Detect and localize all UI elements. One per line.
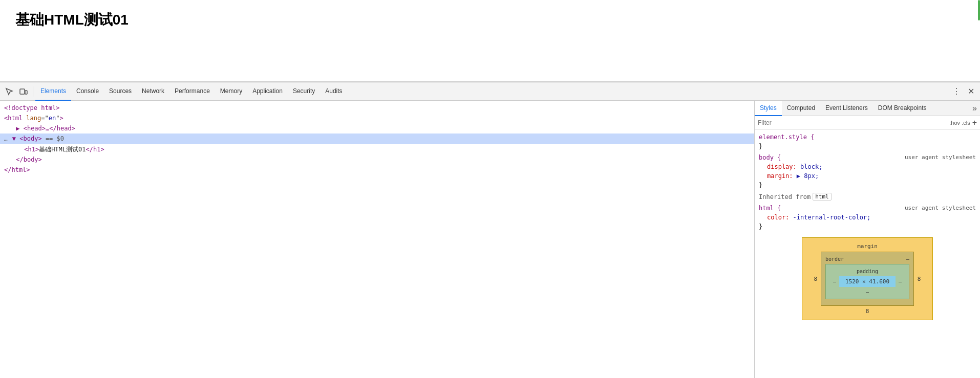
- box-margin-bottom: 8: [811, 308, 924, 315]
- device-toolbar-icon[interactable]: [16, 84, 31, 99]
- tab-sources[interactable]: Sources: [104, 82, 137, 101]
- styles-content: element.style { } body { user agent styl…: [755, 129, 980, 378]
- devtools-toolbar: Elements Console Sources Network Perform…: [0, 82, 980, 101]
- html-line: </body>: [0, 154, 754, 165]
- tab-application[interactable]: Application: [247, 82, 288, 101]
- more-options-icon[interactable]: ⋮: [949, 84, 964, 99]
- svg-rect-0: [20, 89, 25, 94]
- close-devtools-icon[interactable]: ✕: [964, 84, 978, 99]
- filter-options-label[interactable]: :hov .cls: [949, 120, 970, 126]
- box-content-size: 1520 × 41.600: [839, 276, 896, 287]
- inherited-from-label: Inherited from html: [755, 191, 980, 203]
- tab-audits[interactable]: Audits: [320, 82, 347, 101]
- html-line: <!doctype html>: [0, 103, 754, 113]
- tab-event-listeners[interactable]: Event Listeners: [820, 101, 873, 116]
- page-content: 基础HTML测试01: [0, 0, 980, 82]
- tab-console[interactable]: Console: [71, 82, 104, 101]
- inspect-element-icon[interactable]: [2, 84, 16, 99]
- html-line: </html>: [0, 165, 754, 175]
- page-title: 基础HTML测试01: [15, 10, 965, 30]
- add-style-rule-icon[interactable]: +: [972, 118, 977, 127]
- tab-styles[interactable]: Styles: [755, 101, 782, 116]
- svg-rect-1: [25, 91, 27, 94]
- tab-network[interactable]: Network: [137, 82, 169, 101]
- styles-filter-bar: :hov .cls +: [755, 116, 980, 129]
- box-model-diagram: margin 8 border –: [755, 232, 980, 325]
- tab-dom-breakpoints[interactable]: DOM Breakpoints: [873, 101, 932, 116]
- tab-memory[interactable]: Memory: [215, 82, 247, 101]
- box-margin-label: margin: [811, 243, 924, 250]
- box-margin-right: 8: [914, 276, 924, 282]
- tab-security[interactable]: Security: [288, 82, 320, 101]
- tab-performance[interactable]: Performance: [169, 82, 215, 101]
- devtools-body: <!doctype html> <html lang="en"> ▶ <head…: [0, 101, 980, 378]
- styles-panel: Styles Computed Event Listeners DOM Brea…: [755, 101, 980, 378]
- toolbar-divider: [33, 86, 33, 97]
- elements-panel: <!doctype html> <html lang="en"> ▶ <head…: [0, 101, 755, 378]
- html-style-rule: html { user agent stylesheet color: -int…: [755, 203, 980, 232]
- styles-sub-tabs: Styles Computed Event Listeners DOM Brea…: [755, 101, 980, 116]
- styles-tabs-more-icon[interactable]: »: [969, 101, 980, 116]
- html-line: <html lang="en">: [0, 113, 754, 123]
- html-line-body[interactable]: … ▼ <body> == $0: [0, 134, 754, 144]
- html-line: <h1>基础HTML测试01</h1>: [0, 144, 754, 154]
- styles-filter-input[interactable]: [758, 119, 947, 126]
- tab-computed[interactable]: Computed: [782, 101, 820, 116]
- element-style-rule: element.style { }: [755, 131, 980, 152]
- tab-elements[interactable]: Elements: [35, 82, 71, 101]
- box-margin-left: 8: [811, 276, 821, 282]
- html-line: ▶ <head>…</head>: [0, 123, 754, 134]
- devtools-panel: Elements Console Sources Network Perform…: [0, 82, 980, 378]
- body-style-rule: body { user agent stylesheet display: bl…: [755, 152, 980, 191]
